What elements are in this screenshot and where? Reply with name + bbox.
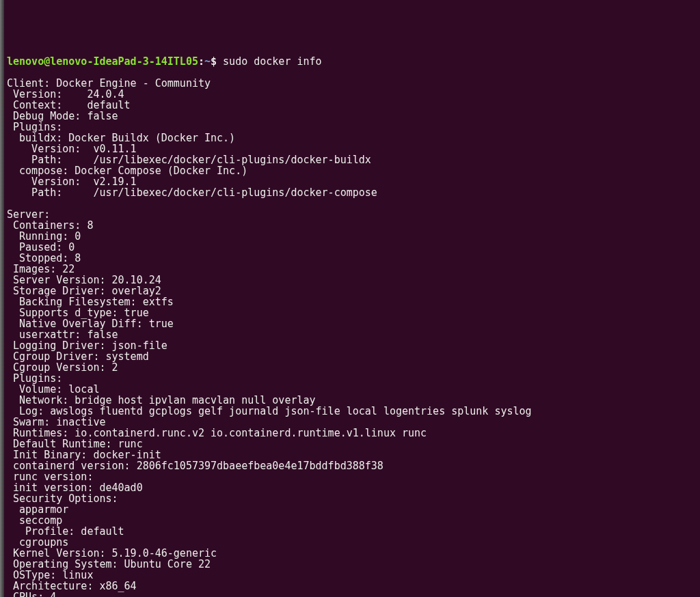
prompt-sep-colon: : — [198, 55, 204, 68]
window-left-edge — [0, 0, 4, 597]
command-text: sudo docker info — [223, 55, 322, 68]
prompt-path: ~ — [204, 55, 211, 68]
terminal-output[interactable]: lenovo@lenovo-IdeaPad-3-14ITL05:~$ sudo … — [7, 56, 699, 597]
prompt-line: lenovo@lenovo-IdeaPad-3-14ITL05:~$ sudo … — [7, 56, 699, 67]
output-lines: Client: Docker Engine - Community Versio… — [7, 77, 532, 597]
prompt-sep-dollar: $ — [211, 55, 223, 68]
prompt-user-host: lenovo@lenovo-IdeaPad-3-14ITL05 — [7, 55, 198, 68]
